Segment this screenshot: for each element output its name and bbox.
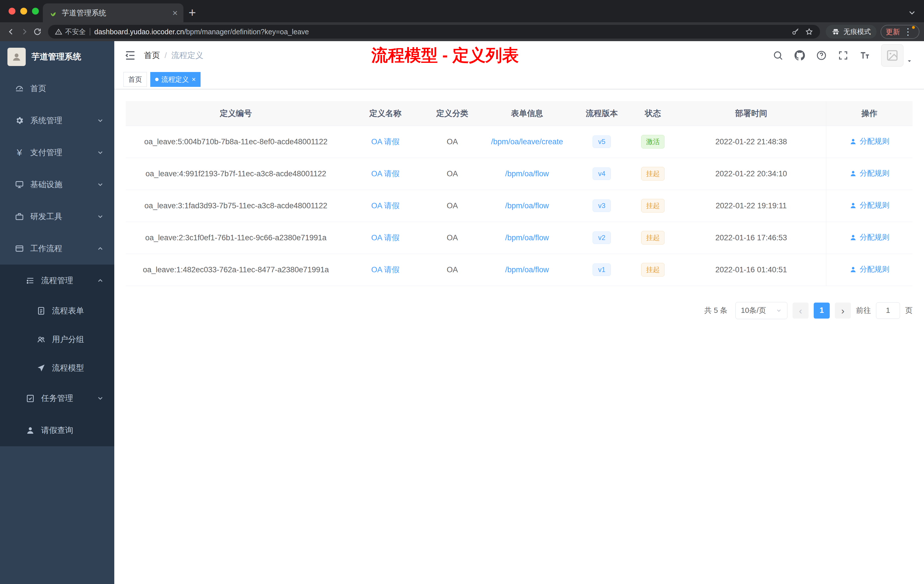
minimize-window-button[interactable] xyxy=(20,8,27,15)
annotation-text: 流程模型 - 定义列表 xyxy=(371,44,519,66)
page-size-select[interactable]: 10条/页 xyxy=(736,302,787,319)
chevron-down-icon xyxy=(97,213,104,220)
prev-page-button[interactable]: ‹ xyxy=(792,303,808,318)
form-info-link[interactable]: /bpm/oa/flow xyxy=(505,233,549,242)
chevron-up-icon xyxy=(97,277,104,284)
font-size-icon[interactable] xyxy=(860,50,870,61)
next-page-button[interactable]: › xyxy=(835,303,851,318)
sidebar-item-label: 工作流程 xyxy=(30,243,62,254)
sidebar-item-label: 流程表单 xyxy=(52,305,84,316)
form-info-link[interactable]: /bpm/oa/flow xyxy=(505,201,549,210)
breadcrumb: 首页 / 流程定义 xyxy=(144,50,203,61)
sidebar-item-label: 支付管理 xyxy=(30,147,62,158)
github-icon[interactable] xyxy=(794,50,805,61)
user-menu[interactable] xyxy=(881,44,912,66)
search-icon[interactable] xyxy=(772,50,784,61)
col-form-info: 表单信息 xyxy=(480,101,574,126)
app-header: 首页 / 流程定义 流程模型 - 定义列表 xyxy=(114,41,924,70)
url-path: /bpm/manager/definition?key=oa_leave xyxy=(184,28,309,36)
goto-page-input[interactable] xyxy=(876,302,900,319)
sidebar-item-home[interactable]: 首页 xyxy=(0,73,114,105)
security-chip[interactable]: 不安全 xyxy=(55,27,86,36)
definition-name-link[interactable]: OA 请假 xyxy=(371,201,399,210)
browser-menu-icon[interactable]: ⋮ xyxy=(903,27,914,36)
app-title: 芋道管理系统 xyxy=(31,51,81,63)
address-bar[interactable]: 不安全 dashboard.yudao.iocoder.cn/bpm/manag… xyxy=(48,25,820,39)
sidebar-item-user-group[interactable]: 用户分组 xyxy=(0,325,114,354)
table-row: oa_leave:4:991f2193-7b7f-11ec-a3c8-acde4… xyxy=(126,158,912,190)
sidebar-item-workflow[interactable]: 工作流程 xyxy=(0,233,114,265)
active-dot xyxy=(155,78,158,81)
sidebar-item-label: 任务管理 xyxy=(41,393,73,404)
current-page[interactable]: 1 xyxy=(814,303,830,318)
assign-rule-button[interactable]: 分配规则 xyxy=(850,264,889,274)
definition-name-link[interactable]: OA 请假 xyxy=(371,233,399,242)
status-badge: 挂起 xyxy=(641,231,665,244)
sidebar-item-label: 流程管理 xyxy=(41,275,73,286)
assign-rule-button[interactable]: 分配规则 xyxy=(850,232,889,242)
definition-id: oa_leave:3:1fad3d93-7b75-11ec-a3c8-acde4… xyxy=(126,190,346,222)
omnibox-actions xyxy=(792,28,813,36)
bookmark-star-icon[interactable] xyxy=(805,28,813,36)
back-button[interactable] xyxy=(5,25,18,38)
password-key-icon[interactable] xyxy=(792,28,799,36)
version-badge: v3 xyxy=(592,200,610,212)
definition-name-link[interactable]: OA 请假 xyxy=(371,170,399,178)
tag-close-icon[interactable]: × xyxy=(192,76,196,83)
close-window-button[interactable] xyxy=(8,8,15,15)
tab-title: 芋道管理系统 xyxy=(62,8,168,18)
users-icon xyxy=(36,335,46,344)
status-badge: 挂起 xyxy=(641,199,665,213)
person-icon xyxy=(850,266,857,273)
breadcrumb-home[interactable]: 首页 xyxy=(144,50,160,61)
new-tab-button[interactable]: + xyxy=(188,6,196,19)
tag-label: 首页 xyxy=(128,75,142,84)
assign-rule-button[interactable]: 分配规则 xyxy=(850,200,889,210)
tag-process-definition[interactable]: 流程定义 × xyxy=(150,72,201,87)
zoom-window-button[interactable] xyxy=(32,8,39,15)
chevron-down-icon xyxy=(97,181,104,188)
reload-button[interactable] xyxy=(31,25,44,38)
assign-rule-label: 分配规则 xyxy=(860,168,889,178)
sidebar-item-process-model[interactable]: 流程模型 xyxy=(0,354,114,382)
form-info-link[interactable]: /bpm/oa/flow xyxy=(505,266,549,274)
collapse-sidebar-icon[interactable] xyxy=(124,49,137,62)
tab-close-icon[interactable]: × xyxy=(172,8,178,17)
form-info-link[interactable]: /bpm/oa/leave/create xyxy=(491,137,563,146)
breadcrumb-separator: / xyxy=(165,51,167,60)
forward-button[interactable] xyxy=(18,25,31,38)
form-info-link[interactable]: /bpm/oa/flow xyxy=(505,170,549,178)
table-header-row: 定义编号 定义名称 定义分类 表单信息 流程版本 状态 部署时间 操作 xyxy=(126,101,912,126)
sidebar-item-label: 系统管理 xyxy=(30,115,62,126)
chevron-down-icon xyxy=(97,149,104,156)
sidebar-item-label: 首页 xyxy=(30,83,46,94)
sidebar-item-task-management[interactable]: 任务管理 xyxy=(0,382,114,414)
col-process-version: 流程版本 xyxy=(574,101,629,126)
sidebar-item-process-management[interactable]: 流程管理 xyxy=(0,265,114,297)
fullscreen-icon[interactable] xyxy=(838,50,848,61)
assign-rule-button[interactable]: 分配规则 xyxy=(850,168,889,178)
sidebar-item-payment[interactable]: ¥ 支付管理 xyxy=(0,137,114,168)
sidebar-item-leave-query[interactable]: 请假查询 xyxy=(0,414,114,446)
definition-name-link[interactable]: OA 请假 xyxy=(371,266,399,274)
help-icon[interactable] xyxy=(816,50,827,61)
browser-tab[interactable]: 芋道管理系统 × xyxy=(43,3,183,22)
table-row: oa_leave:1:482ec033-762a-11ec-8477-a2380… xyxy=(126,254,912,286)
document-icon xyxy=(36,306,46,315)
tab-search-icon[interactable] xyxy=(908,8,916,16)
avatar[interactable] xyxy=(881,44,903,66)
assign-rule-label: 分配规则 xyxy=(860,264,889,274)
app-shell: 芋道管理系统 首页 系统管理 ¥ 支付管理 基础设施 研发工具 工作 xyxy=(0,41,924,584)
sidebar-logo[interactable]: 芋道管理系统 xyxy=(0,41,114,73)
pagination: 共 5 条 10条/页 ‹ 1 › 前往 页 xyxy=(126,302,912,319)
total-count: 共 5 条 xyxy=(704,305,728,315)
update-chrome-button[interactable]: 更新 ⋮ xyxy=(881,25,919,39)
sidebar-item-devtools[interactable]: 研发工具 xyxy=(0,201,114,233)
sidebar-item-infra[interactable]: 基础设施 xyxy=(0,168,114,201)
assign-rule-button[interactable]: 分配规则 xyxy=(850,136,889,146)
sidebar-item-process-form[interactable]: 流程表单 xyxy=(0,297,114,325)
sidebar-item-system[interactable]: 系统管理 xyxy=(0,105,114,137)
tag-home[interactable]: 首页 xyxy=(124,72,147,87)
definition-category: OA xyxy=(425,158,480,190)
definition-name-link[interactable]: OA 请假 xyxy=(371,137,399,146)
